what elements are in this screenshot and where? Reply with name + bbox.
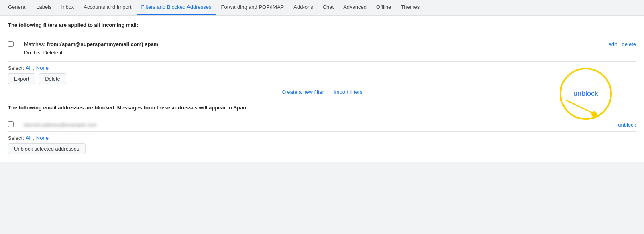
matches-value: from:(spam@superspammyemail.com) spam <box>47 41 158 47</box>
tab-inbox[interactable]: Inbox <box>57 0 79 15</box>
filter-info: Matches: from:(spam@superspammyemail.com… <box>24 40 609 57</box>
tab-filters-and-blocked[interactable]: Filters and Blocked Addresses <box>137 0 216 15</box>
blocked-email: blurred.address@example.com <box>24 122 618 128</box>
tab-advanced[interactable]: Advanced <box>338 0 371 15</box>
filter-links-row: Create a new filter Import filters <box>8 84 636 103</box>
blocked-select-none[interactable]: None <box>36 135 49 141</box>
unblock-selected-button[interactable]: Unblock selected addresses <box>8 143 86 154</box>
create-filter-link[interactable]: Create a new filter <box>281 89 324 95</box>
delete-button[interactable]: Delete <box>39 73 66 84</box>
tab-labels[interactable]: Labels <box>31 0 56 15</box>
do-this-label: Do this: <box>24 50 43 56</box>
unblock-link[interactable]: unblock <box>618 122 636 128</box>
blocked-select-row: Select: All, None <box>8 132 636 143</box>
filter-select-comma: , <box>33 65 35 71</box>
delete-filter-link[interactable]: delete <box>622 41 636 47</box>
filter-select-all[interactable]: All <box>26 65 31 71</box>
blocked-select-label: Select: <box>8 135 24 141</box>
tab-offline[interactable]: Offline <box>371 0 396 15</box>
unblock-buttons-row: Unblock selected addresses <box>8 143 636 154</box>
filter-select-label: Select: <box>8 65 24 71</box>
filter-checkbox[interactable] <box>8 41 14 47</box>
blocked-checkbox-col <box>8 121 24 128</box>
unblock-col: unblock unblock <box>618 122 636 128</box>
filters-section-title: The following filters are applied to all… <box>8 22 636 28</box>
blocked-select-comma: , <box>33 135 35 141</box>
page-wrapper: General Labels Inbox Accounts and Import… <box>0 0 644 234</box>
filter-checkbox-col <box>8 40 24 48</box>
blocked-select-all[interactable]: All <box>26 135 31 141</box>
blocked-row: blurred.address@example.com unblock unbl… <box>8 118 636 132</box>
blocked-checkbox[interactable] <box>8 121 14 127</box>
content-area: The following filters are applied to all… <box>0 16 644 162</box>
export-button[interactable]: Export <box>8 73 35 84</box>
edit-filter-link[interactable]: edit <box>609 41 617 47</box>
settings-nav: General Labels Inbox Accounts and Import… <box>0 0 644 16</box>
do-this-value: Delete it <box>43 50 63 56</box>
filter-buttons-row: Export Delete <box>8 73 636 84</box>
import-filters-link[interactable]: Import filters <box>334 89 363 95</box>
filters-divider <box>8 33 636 33</box>
filter-actions: edit delete <box>609 40 636 47</box>
tab-forwarding[interactable]: Forwarding and POP/IMAP <box>216 0 289 15</box>
filter-select-none[interactable]: None <box>36 65 49 71</box>
filter-select-row: Select: All, None <box>8 62 636 73</box>
tab-themes[interactable]: Themes <box>396 0 424 15</box>
matches-label: Matches: <box>24 41 47 47</box>
blocked-divider <box>8 115 636 115</box>
tab-accounts-and-import[interactable]: Accounts and Import <box>79 0 136 15</box>
filter-row: Matches: from:(spam@superspammyemail.com… <box>8 36 636 62</box>
filter-matches-line: Matches: from:(spam@superspammyemail.com… <box>24 40 609 49</box>
tab-chat[interactable]: Chat <box>318 0 338 15</box>
filter-do-this-line: Do this: Delete it <box>24 49 609 57</box>
tab-add-ons[interactable]: Add-ons <box>289 0 318 15</box>
tab-general[interactable]: General <box>3 0 31 15</box>
blocked-section-title: The following email addresses are blocke… <box>8 105 636 111</box>
